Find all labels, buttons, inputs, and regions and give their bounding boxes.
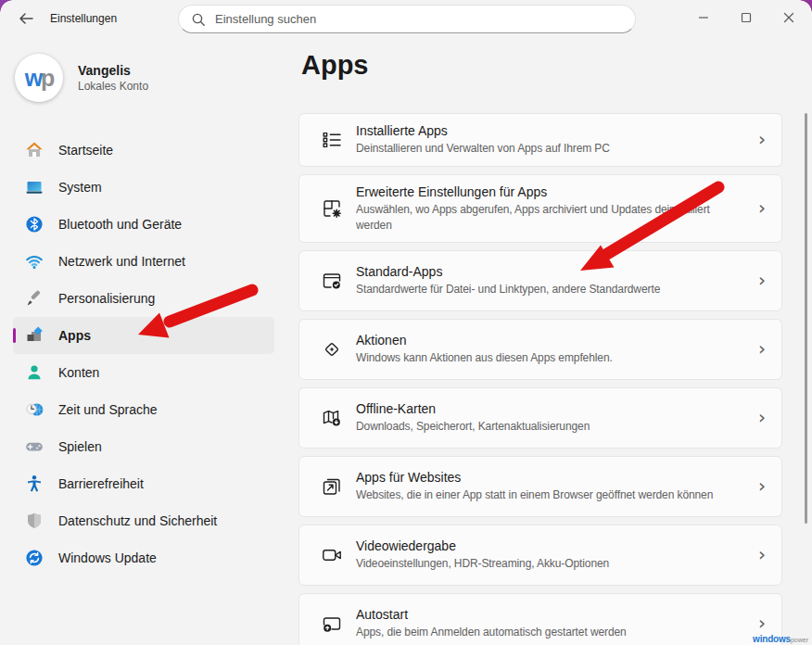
avatar-letter-w: w — [25, 65, 41, 92]
back-button[interactable] — [12, 6, 40, 32]
row-title: Apps für Websites — [356, 470, 744, 485]
account-type: Lokales Konto — [78, 80, 148, 93]
chevron-right-icon: › — [758, 196, 766, 219]
row-title: Autostart — [356, 607, 744, 622]
sidebar-item-netzwerk-und-internet[interactable]: Netzwerk und Internet — [13, 243, 274, 280]
apps-for-websites-icon — [321, 475, 343, 498]
chevron-right-icon: › — [758, 612, 766, 634]
row-subtitle: Videoeinstellungen, HDR-Streaming, Akku-… — [356, 556, 744, 571]
back-arrow-icon — [18, 10, 34, 27]
row-title: Aktionen — [356, 333, 744, 348]
advanced-app-settings-icon — [321, 197, 343, 220]
sidebar-item-apps[interactable]: Apps — [13, 317, 274, 354]
search-input[interactable]: Einstellung suchen — [178, 5, 636, 33]
chevron-right-icon: › — [758, 337, 766, 360]
row-title: Videowiedergabe — [356, 538, 744, 553]
system-icon — [25, 178, 44, 196]
search-icon — [191, 12, 206, 27]
avatar: wp — [15, 54, 63, 102]
row-autostart[interactable]: Autostart Apps, die beim Anmelden automa… — [298, 593, 782, 645]
chevron-right-icon: › — [758, 406, 766, 428]
row-subtitle: Standardwerte für Datei- und Linktypen, … — [356, 282, 744, 297]
maximize-button[interactable] — [725, 0, 768, 35]
chevron-right-icon: › — [758, 474, 766, 497]
sidebar-item-label: Windows Update — [58, 550, 157, 565]
sidebar-item-label: System — [58, 180, 102, 195]
accessibility-icon — [25, 474, 44, 493]
watermark-brand: windows — [753, 634, 791, 644]
sidebar-item-personalisierung[interactable]: Personalisierung — [13, 280, 274, 317]
row-subtitle: Websites, die in einer App statt in eine… — [356, 487, 744, 502]
sidebar-item-barrierefreiheit[interactable]: Barrierefreiheit — [13, 465, 274, 502]
row-subtitle: Deinstallieren und Verwalten von Apps au… — [356, 141, 744, 156]
row-videowiedergabe[interactable]: Videowiedergabe Videoeinstellungen, HDR-… — [298, 525, 782, 586]
close-icon — [783, 12, 794, 23]
page-title: Apps — [301, 50, 369, 81]
installed-apps-icon — [321, 129, 343, 151]
apps-icon — [25, 326, 44, 345]
main-content: Apps Installierte Apps Deinstallieren un… — [278, 37, 812, 645]
sidebar-item-label: Startseite — [58, 143, 113, 158]
sidebar-nav: Startseite System Bluetooth und Geräte N… — [13, 132, 274, 576]
sidebar-item-label: Spielen — [58, 439, 102, 454]
row-subtitle: Auswählen, wo Apps abgerufen, Apps archi… — [356, 202, 744, 232]
watermark: windowspower — [753, 634, 808, 644]
settings-list: Installierte Apps Deinstallieren und Ver… — [298, 113, 782, 645]
titlebar: Einstellungen Einstellung suchen — [0, 0, 812, 37]
bluetooth-icon — [25, 215, 44, 234]
maximize-icon — [741, 12, 752, 23]
row-standard-apps[interactable]: Standard-Apps Standardwerte für Datei- u… — [298, 250, 782, 311]
sidebar-item-system[interactable]: System — [13, 169, 274, 206]
row-subtitle: Windows kann Aktionen aus diesen Apps em… — [356, 350, 744, 365]
sidebar-item-label: Netzwerk und Internet — [58, 254, 185, 269]
home-icon — [25, 141, 44, 159]
user-account-block[interactable]: wp Vangelis Lokales Konto — [15, 54, 148, 102]
chevron-right-icon: › — [758, 128, 766, 150]
windows-update-icon — [25, 549, 44, 567]
sidebar-item-bluetooth-und-geraete[interactable]: Bluetooth und Geräte — [13, 206, 274, 243]
row-installierte-apps[interactable]: Installierte Apps Deinstallieren und Ver… — [298, 113, 782, 167]
sidebar-item-datenschutz-und-sicherheit[interactable]: Datenschutz und Sicherheit — [13, 502, 274, 539]
minimize-button[interactable] — [682, 0, 725, 35]
sidebar: wp Vangelis Lokales Konto Startseite Sys… — [0, 37, 278, 645]
sidebar-item-startseite[interactable]: Startseite — [13, 132, 274, 169]
row-subtitle: Downloads, Speicherort, Kartenaktualisie… — [356, 419, 744, 434]
sidebar-item-zeit-und-sprache[interactable]: Zeit und Sprache — [13, 391, 274, 428]
chevron-right-icon: › — [758, 269, 766, 291]
sidebar-item-label: Zeit und Sprache — [58, 402, 158, 417]
accounts-icon — [25, 363, 44, 382]
row-title: Offline-Karten — [356, 401, 744, 416]
default-apps-icon — [321, 270, 343, 292]
sidebar-item-label: Apps — [58, 328, 91, 343]
personalization-icon — [25, 289, 44, 308]
actions-icon — [321, 338, 343, 360]
row-title: Standard-Apps — [356, 264, 744, 279]
row-erweiterte-einstellungen[interactable]: Erweiterte Einstellungen für Apps Auswäh… — [298, 174, 782, 243]
watermark-suffix: power — [791, 637, 808, 643]
privacy-shield-icon — [25, 512, 44, 530]
vertical-scrollbar[interactable] — [805, 113, 807, 524]
avatar-letter-p: p — [41, 65, 53, 92]
minimize-icon — [698, 12, 709, 23]
row-aktionen[interactable]: Aktionen Windows kann Aktionen aus diese… — [298, 319, 782, 380]
startup-icon — [321, 613, 343, 635]
row-offline-karten[interactable]: Offline-Karten Downloads, Speicherort, K… — [298, 387, 782, 449]
row-apps-fuer-websites[interactable]: Apps für Websites Websites, die in einer… — [298, 456, 782, 517]
window-title: Einstellungen — [50, 12, 117, 25]
close-button[interactable] — [768, 0, 810, 35]
gaming-icon — [25, 437, 44, 456]
offline-maps-icon — [321, 407, 343, 429]
video-playback-icon — [321, 544, 343, 566]
time-language-icon — [25, 400, 44, 419]
sidebar-item-spielen[interactable]: Spielen — [13, 428, 274, 465]
row-title: Installierte Apps — [356, 123, 744, 138]
sidebar-item-windows-update[interactable]: Windows Update — [13, 539, 274, 576]
row-title: Erweiterte Einstellungen für Apps — [356, 184, 744, 199]
sidebar-item-label: Konten — [58, 365, 99, 380]
sidebar-item-label: Barrierefreiheit — [58, 476, 144, 491]
user-name: Vangelis — [78, 63, 148, 78]
sidebar-item-label: Bluetooth und Geräte — [58, 217, 182, 232]
chevron-right-icon: › — [758, 543, 766, 565]
sidebar-item-konten[interactable]: Konten — [13, 354, 274, 391]
sidebar-item-label: Datenschutz und Sicherheit — [58, 513, 217, 528]
